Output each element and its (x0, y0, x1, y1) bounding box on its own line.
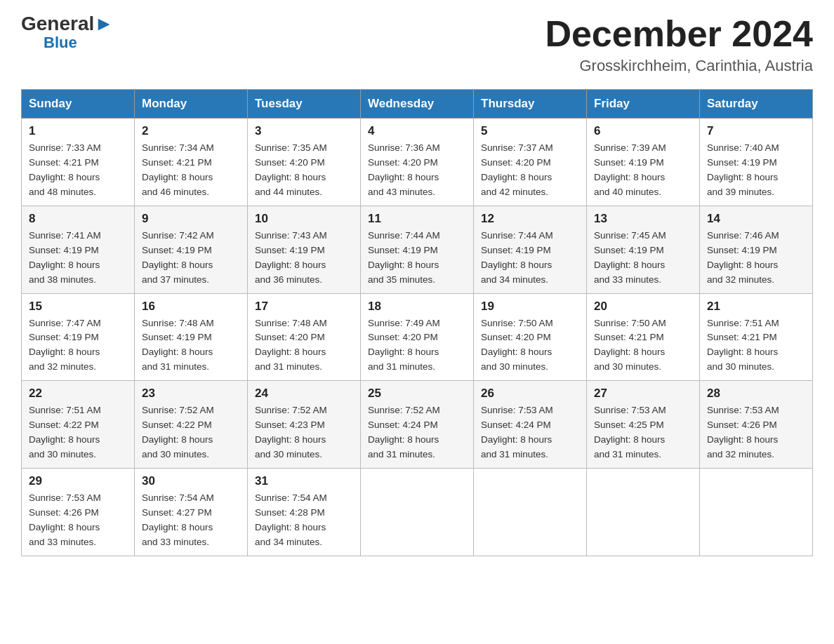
table-row: 20Sunrise: 7:50 AMSunset: 4:21 PMDayligh… (587, 293, 700, 381)
table-row: 4Sunrise: 7:36 AMSunset: 4:20 PMDaylight… (361, 119, 474, 206)
day-number: 26 (481, 387, 579, 401)
day-number: 3 (255, 124, 353, 138)
day-number: 28 (707, 387, 805, 401)
table-row: 19Sunrise: 7:50 AMSunset: 4:20 PMDayligh… (474, 293, 587, 381)
day-number: 11 (368, 212, 466, 226)
day-number: 27 (594, 387, 692, 401)
day-info: Sunrise: 7:44 AMSunset: 4:19 PMDaylight:… (481, 229, 579, 288)
table-row: 17Sunrise: 7:48 AMSunset: 4:20 PMDayligh… (248, 293, 361, 381)
day-number: 6 (594, 124, 692, 138)
day-info: Sunrise: 7:34 AMSunset: 4:21 PMDaylight:… (142, 141, 240, 200)
table-row: 12Sunrise: 7:44 AMSunset: 4:19 PMDayligh… (474, 206, 587, 293)
day-info: Sunrise: 7:49 AMSunset: 4:20 PMDaylight:… (368, 316, 466, 375)
day-info: Sunrise: 7:42 AMSunset: 4:19 PMDaylight:… (142, 229, 240, 288)
day-info: Sunrise: 7:52 AMSunset: 4:24 PMDaylight:… (368, 403, 466, 462)
logo: General► Blue (21, 14, 114, 52)
day-number: 29 (29, 474, 127, 488)
table-row: 22Sunrise: 7:51 AMSunset: 4:22 PMDayligh… (22, 381, 135, 469)
day-number: 24 (255, 387, 353, 401)
day-info: Sunrise: 7:43 AMSunset: 4:19 PMDaylight:… (255, 229, 353, 288)
table-row: 16Sunrise: 7:48 AMSunset: 4:19 PMDayligh… (135, 293, 248, 381)
calendar-week-row: 1Sunrise: 7:33 AMSunset: 4:21 PMDaylight… (22, 119, 813, 206)
table-row: 23Sunrise: 7:52 AMSunset: 4:22 PMDayligh… (135, 381, 248, 469)
table-row: 27Sunrise: 7:53 AMSunset: 4:25 PMDayligh… (587, 381, 700, 469)
day-number: 15 (29, 300, 127, 314)
day-number: 10 (255, 212, 353, 226)
day-number: 14 (707, 212, 805, 226)
table-row: 24Sunrise: 7:52 AMSunset: 4:23 PMDayligh… (248, 381, 361, 469)
day-info: Sunrise: 7:36 AMSunset: 4:20 PMDaylight:… (368, 141, 466, 200)
col-thursday: Thursday (474, 90, 587, 119)
table-row: 13Sunrise: 7:45 AMSunset: 4:19 PMDayligh… (587, 206, 700, 293)
col-tuesday: Tuesday (248, 90, 361, 119)
day-info: Sunrise: 7:53 AMSunset: 4:25 PMDaylight:… (594, 403, 692, 462)
table-row: 11Sunrise: 7:44 AMSunset: 4:19 PMDayligh… (361, 206, 474, 293)
day-info: Sunrise: 7:52 AMSunset: 4:22 PMDaylight:… (142, 403, 240, 462)
day-number: 22 (29, 387, 127, 401)
col-saturday: Saturday (700, 90, 813, 119)
day-info: Sunrise: 7:45 AMSunset: 4:19 PMDaylight:… (594, 229, 692, 288)
day-number: 21 (707, 300, 805, 314)
day-number: 2 (142, 124, 240, 138)
day-number: 8 (29, 212, 127, 226)
table-row: 25Sunrise: 7:52 AMSunset: 4:24 PMDayligh… (361, 381, 474, 469)
table-row: 26Sunrise: 7:53 AMSunset: 4:24 PMDayligh… (474, 381, 587, 469)
table-row: 10Sunrise: 7:43 AMSunset: 4:19 PMDayligh… (248, 206, 361, 293)
day-info: Sunrise: 7:50 AMSunset: 4:20 PMDaylight:… (481, 316, 579, 375)
day-number: 9 (142, 212, 240, 226)
day-info: Sunrise: 7:35 AMSunset: 4:20 PMDaylight:… (255, 141, 353, 200)
day-number: 1 (29, 124, 127, 138)
day-number: 30 (142, 474, 240, 488)
table-row: 6Sunrise: 7:39 AMSunset: 4:19 PMDaylight… (587, 119, 700, 206)
day-number: 31 (255, 474, 353, 488)
page-header: General► Blue December 2024 Grosskirchhe… (21, 14, 813, 75)
table-row: 28Sunrise: 7:53 AMSunset: 4:26 PMDayligh… (700, 381, 813, 469)
month-title: December 2024 (545, 14, 813, 54)
day-info: Sunrise: 7:41 AMSunset: 4:19 PMDaylight:… (29, 229, 127, 288)
day-number: 13 (594, 212, 692, 226)
day-number: 25 (368, 387, 466, 401)
table-row (474, 468, 587, 556)
day-number: 23 (142, 387, 240, 401)
day-info: Sunrise: 7:33 AMSunset: 4:21 PMDaylight:… (29, 141, 127, 200)
table-row: 21Sunrise: 7:51 AMSunset: 4:21 PMDayligh… (700, 293, 813, 381)
col-monday: Monday (135, 90, 248, 119)
table-row: 7Sunrise: 7:40 AMSunset: 4:19 PMDaylight… (700, 119, 813, 206)
col-friday: Friday (587, 90, 700, 119)
day-number: 12 (481, 212, 579, 226)
day-info: Sunrise: 7:52 AMSunset: 4:23 PMDaylight:… (255, 403, 353, 462)
day-number: 20 (594, 300, 692, 314)
table-row: 14Sunrise: 7:46 AMSunset: 4:19 PMDayligh… (700, 206, 813, 293)
table-row: 31Sunrise: 7:54 AMSunset: 4:28 PMDayligh… (248, 468, 361, 556)
day-info: Sunrise: 7:37 AMSunset: 4:20 PMDaylight:… (481, 141, 579, 200)
calendar-week-row: 22Sunrise: 7:51 AMSunset: 4:22 PMDayligh… (22, 381, 813, 469)
calendar-week-row: 29Sunrise: 7:53 AMSunset: 4:26 PMDayligh… (22, 468, 813, 556)
logo-blue-text: Blue (44, 34, 77, 52)
table-row: 9Sunrise: 7:42 AMSunset: 4:19 PMDaylight… (135, 206, 248, 293)
calendar-table: Sunday Monday Tuesday Wednesday Thursday… (21, 89, 813, 556)
day-number: 5 (481, 124, 579, 138)
table-row: 29Sunrise: 7:53 AMSunset: 4:26 PMDayligh… (22, 468, 135, 556)
day-info: Sunrise: 7:46 AMSunset: 4:19 PMDaylight:… (707, 229, 805, 288)
calendar-week-row: 15Sunrise: 7:47 AMSunset: 4:19 PMDayligh… (22, 293, 813, 381)
calendar-header-row: Sunday Monday Tuesday Wednesday Thursday… (22, 90, 813, 119)
logo-general-text: General► (21, 14, 114, 34)
day-info: Sunrise: 7:54 AMSunset: 4:27 PMDaylight:… (142, 491, 240, 550)
col-wednesday: Wednesday (361, 90, 474, 119)
day-info: Sunrise: 7:40 AMSunset: 4:19 PMDaylight:… (707, 141, 805, 200)
table-row: 1Sunrise: 7:33 AMSunset: 4:21 PMDaylight… (22, 119, 135, 206)
table-row: 8Sunrise: 7:41 AMSunset: 4:19 PMDaylight… (22, 206, 135, 293)
day-info: Sunrise: 7:48 AMSunset: 4:19 PMDaylight:… (142, 316, 240, 375)
day-info: Sunrise: 7:51 AMSunset: 4:22 PMDaylight:… (29, 403, 127, 462)
day-number: 19 (481, 300, 579, 314)
table-row (587, 468, 700, 556)
day-info: Sunrise: 7:48 AMSunset: 4:20 PMDaylight:… (255, 316, 353, 375)
location-subtitle: Grosskirchheim, Carinthia, Austria (545, 57, 813, 75)
day-info: Sunrise: 7:53 AMSunset: 4:26 PMDaylight:… (707, 403, 805, 462)
day-info: Sunrise: 7:54 AMSunset: 4:28 PMDaylight:… (255, 491, 353, 550)
day-number: 7 (707, 124, 805, 138)
table-row: 30Sunrise: 7:54 AMSunset: 4:27 PMDayligh… (135, 468, 248, 556)
day-info: Sunrise: 7:51 AMSunset: 4:21 PMDaylight:… (707, 316, 805, 375)
table-row (361, 468, 474, 556)
day-info: Sunrise: 7:50 AMSunset: 4:21 PMDaylight:… (594, 316, 692, 375)
